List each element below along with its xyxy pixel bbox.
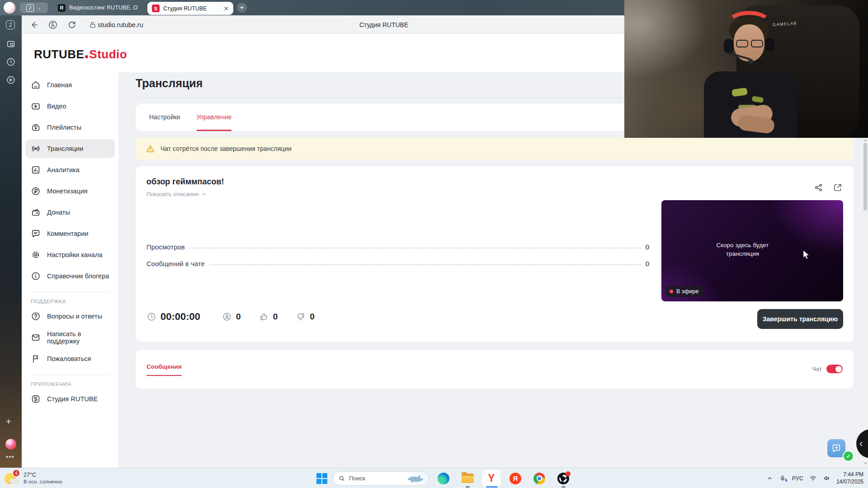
stat-label: Просмотров <box>146 243 185 252</box>
sidebar-item-video[interactable]: Видео <box>25 97 115 116</box>
tab-group-button[interactable]: 2 ⌄ <box>20 2 48 13</box>
sidebar-item-faq[interactable]: Вопросы и ответы <box>25 307 115 326</box>
divider <box>30 292 110 292</box>
preview-placeholder-text: Скоро здесь будет трансляция <box>702 241 783 258</box>
logo-rutube: RUTUBE <box>34 47 84 61</box>
logo-dot <box>85 55 88 58</box>
add-panel-icon[interactable]: + <box>6 417 11 427</box>
screenshot-icon[interactable] <box>6 39 16 49</box>
headset-earcup <box>765 38 774 52</box>
share-button[interactable] <box>814 183 824 192</box>
stat-label: Сообщений в чате <box>146 260 205 269</box>
ruble-icon <box>31 186 41 196</box>
url-field[interactable]: studio.rutube.ru <box>98 21 143 28</box>
scrollbar-thumb[interactable] <box>863 143 867 211</box>
mic-icon <box>748 59 753 64</box>
reload-button[interactable] <box>67 20 77 30</box>
sidebar-item-label: Настройки канала <box>47 251 102 258</box>
sidebar-item-donations[interactable]: Донаты <box>25 203 115 222</box>
viewers-icon <box>222 312 232 322</box>
studio-favicon: S <box>152 5 160 12</box>
sidebar-item-report[interactable]: Пожаловаться <box>25 349 115 368</box>
yandex-search-icon[interactable] <box>48 20 58 30</box>
chat-toggle[interactable] <box>826 365 843 373</box>
taskbar-edge[interactable] <box>434 469 453 488</box>
player-icon[interactable] <box>6 75 16 85</box>
start-button[interactable] <box>316 473 327 483</box>
tabs-panel-icon[interactable]: 2 <box>6 20 15 29</box>
sidebar-item-channel-settings[interactable]: Настройки канала <box>25 245 115 264</box>
warning-text: Чат сотрётся после завершения трансляции <box>160 145 292 152</box>
sidebar-item-label: Пожаловаться <box>47 355 91 362</box>
end-broadcast-button[interactable]: Завершить трансляцию <box>757 309 843 329</box>
mic-tray-icon[interactable] <box>779 475 786 482</box>
sidebar-item-monetization[interactable]: Монетизация <box>25 182 115 201</box>
scroll-down-icon[interactable]: ▼ <box>864 462 867 465</box>
rutube-studio-logo[interactable]: RUTUBE Studio <box>34 47 127 66</box>
live-dot-icon <box>670 290 673 293</box>
taskbar-obs[interactable] <box>554 469 572 488</box>
wifi-icon[interactable] <box>809 474 817 482</box>
show-description-button[interactable]: Показать описание <box>146 191 207 197</box>
taskbar-chrome[interactable] <box>530 469 548 488</box>
sidebar-item-playlists[interactable]: Плейлисты <box>25 118 115 137</box>
volume-icon[interactable] <box>823 474 830 482</box>
stream-stats: Просмотров 0 Сообщений в чате 0 <box>146 239 649 272</box>
sidebar-item-broadcasts[interactable]: Трансляции <box>25 139 115 158</box>
weather-widget[interactable]: 4 27°C В осн. солнечно <box>4 469 62 486</box>
sidebar-item-blogger-guide[interactable]: Справочник блогера <box>25 267 115 286</box>
dotted-leader <box>209 264 641 265</box>
sidebar-item-home[interactable]: Главная <box>25 75 115 94</box>
sidebar-item-label: Трансляции <box>47 145 83 152</box>
folder-icon <box>462 474 474 483</box>
profile-avatar[interactable] <box>4 2 15 14</box>
wallet-icon <box>31 207 41 217</box>
sidebar-item-analytics[interactable]: Аналитика <box>25 160 115 179</box>
search-placeholder: Поиск <box>349 475 401 482</box>
broadcast-card: обзор гейммпасов! Показать описание Прос… <box>136 166 854 342</box>
weather-icon: 4 <box>4 469 20 486</box>
browser-tab-studio-active[interactable]: S Студия RUTUBE ✕ <box>147 2 233 15</box>
taskbar-yandex[interactable]: Я <box>506 469 524 488</box>
shark-icon <box>407 474 424 483</box>
sidebar-item-studio-app[interactable]: Студия RUTUBE <box>25 389 115 408</box>
mouse-cursor <box>802 250 811 260</box>
flag-icon <box>31 354 41 364</box>
support-heading: ПОДДЕРЖКА <box>31 299 115 304</box>
broadcast-icon <box>31 144 41 154</box>
history-icon[interactable] <box>6 57 16 67</box>
browser-tab-rutube[interactable]: R Видеохостинг RUTUBE. О <box>54 0 145 15</box>
live-label: В эфире <box>676 288 698 295</box>
tab-management[interactable]: Управление <box>197 104 232 131</box>
clock-widget[interactable]: 7:44 PM 14/07/2025 <box>836 471 863 485</box>
close-tab-icon[interactable]: ✕ <box>223 5 229 12</box>
lock-icon[interactable] <box>89 21 97 29</box>
language-indicator[interactable]: РУС <box>792 475 803 482</box>
taskbar: 4 27°C В осн. солнечно Поиск Y <box>0 468 868 488</box>
taskbar-yandex-browser-active[interactable]: Y <box>482 469 500 488</box>
taskbar-search[interactable]: Поиск <box>333 471 429 486</box>
warning-banner: Чат сотрётся после завершения трансляции <box>136 137 854 160</box>
new-tab-button[interactable]: + <box>237 3 247 13</box>
sidebar-item-comments[interactable]: Комментарии <box>25 224 115 243</box>
back-button[interactable] <box>29 20 39 30</box>
thumbs-down-icon <box>296 312 306 322</box>
sidebar-item-label: Вопросы и ответы <box>47 313 102 320</box>
tab-settings[interactable]: Настройки <box>149 104 180 131</box>
more-icon[interactable]: ••• <box>6 453 14 460</box>
stream-preview[interactable]: Скоро здесь будет трансляция В эфире <box>661 200 843 301</box>
scroll-up-icon[interactable]: ▲ <box>864 138 867 141</box>
tray-expand-icon[interactable] <box>766 475 773 482</box>
running-indicator <box>466 486 470 488</box>
yandex-browser-icon: Y <box>482 470 500 487</box>
thumbs-up-icon <box>259 312 269 322</box>
gear-icon <box>31 250 41 260</box>
sidebar-item-contact-support[interactable]: Написать в поддержку <box>25 328 115 347</box>
collapse-widget-button[interactable]: ‹ <box>856 429 868 458</box>
open-external-button[interactable] <box>833 183 843 192</box>
tab-messages[interactable]: Сообщения <box>146 363 182 376</box>
sidebar-item-label: Справочник блогера <box>47 272 109 280</box>
taskbar-explorer[interactable] <box>458 469 476 488</box>
alice-icon[interactable] <box>5 439 16 450</box>
headset-earcup <box>724 39 734 53</box>
